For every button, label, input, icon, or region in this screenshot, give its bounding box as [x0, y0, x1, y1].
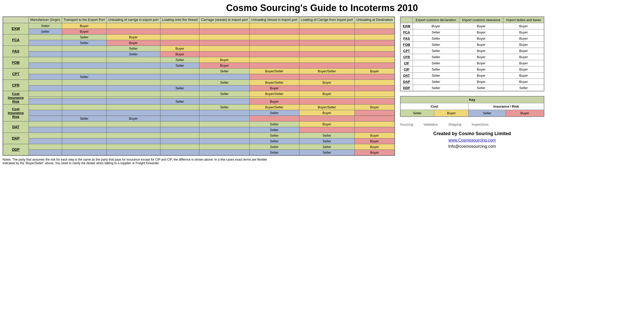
cfr-r2-c6: Buyer — [249, 85, 299, 91]
header-col8: Unloading at Destination — [354, 17, 394, 23]
exw-row-1: EXW Seller Buyer — [3, 23, 395, 29]
fca-r1-c4 — [160, 34, 199, 40]
customs-clearance: Buyer — [459, 23, 503, 29]
key-buyer-cost: Buyer — [434, 110, 469, 117]
cip-cost: Cost — [5, 107, 27, 111]
cpt-r1-c5: Seller — [199, 68, 249, 74]
cif-r3-c2 — [62, 99, 106, 104]
fob-r2-c3 — [106, 63, 160, 68]
cif-r2-c3 — [106, 97, 160, 99]
exw-r2-c1: Seller — [29, 29, 62, 34]
dap-r2-c1 — [29, 138, 62, 144]
key-sub-header-row: Cost Insurance / Risk — [400, 103, 544, 110]
key-title: Key — [400, 96, 544, 103]
customs-export: Seller — [413, 79, 459, 85]
fas-r2-c2 — [62, 51, 106, 57]
fob-r1-c7 — [299, 57, 354, 63]
customs-clearance: Buyer — [459, 73, 503, 79]
main-layout: Manufactuer (Orgin) Transport to the Exp… — [3, 16, 641, 165]
ddp-r2-c2 — [62, 150, 106, 155]
customs-row: FOBSellerBuyerBuyer — [400, 42, 544, 48]
cfr-r2-c1 — [29, 85, 62, 91]
dap-r1-c8: Buyer — [354, 133, 394, 138]
website-link[interactable]: www.Cosmosourcing.com — [400, 138, 544, 143]
exw-r2-c2: Buyer — [62, 29, 106, 34]
customs-export: Seller — [413, 42, 459, 48]
dap-r1-c1 — [29, 133, 62, 138]
cip-r3-c1 — [29, 116, 62, 121]
cip-insurance: Insurance — [5, 111, 27, 115]
fas-r1-c6 — [249, 46, 299, 51]
cif-r3-c1 — [29, 99, 62, 104]
cip-r2-c2 — [62, 110, 106, 116]
exw-r1-c7 — [299, 23, 354, 29]
cfr-r1-c4 — [160, 80, 199, 85]
header-col6: Unloading Vessel in import port — [249, 17, 299, 23]
cfr-r2-c5 — [199, 85, 249, 91]
header-term — [3, 17, 29, 23]
left-section: Manufactuer (Orgin) Transport to the Exp… — [3, 16, 395, 165]
dap-r1-c5 — [199, 133, 249, 138]
ddp-label: DDP — [3, 144, 29, 155]
cpt-label: CPT — [3, 68, 29, 80]
cif-r1-c1 — [29, 91, 62, 97]
fca-r2-c2: Seller — [62, 40, 106, 46]
cip-risk: Risk — [5, 115, 27, 119]
customs-duties: Buyer — [503, 79, 544, 85]
cfr-r1-c3 — [106, 80, 160, 85]
dap-r2-c6: Seller — [249, 138, 299, 144]
fca-row-2: Seller Buyer — [3, 40, 395, 46]
customs-term: DDP — [400, 85, 413, 91]
customs-term: DAP — [400, 79, 413, 85]
customs-row: DATSellerBuyerBuyer — [400, 73, 544, 79]
dat-row-2: Seller — [3, 127, 395, 133]
fca-r2-c3: Buyer — [106, 40, 160, 46]
cfr-r2-c3 — [106, 85, 160, 91]
cpt-r1-c2 — [62, 68, 106, 74]
cpt-r1-c1 — [29, 68, 62, 74]
dat-r2-c3 — [106, 127, 160, 133]
notes-text: Notes: The party that assumes the risk f… — [3, 158, 270, 165]
cif-r1-c2 — [62, 91, 106, 97]
fas-r2-c6 — [249, 51, 299, 57]
cif-r2-c2 — [62, 97, 106, 99]
fas-row-2: Seller Buyer — [3, 51, 395, 57]
key-cost-label: Cost — [400, 103, 469, 110]
customs-col-term — [400, 17, 413, 23]
cfr-row-2: Seller Buyer — [3, 85, 395, 91]
main-table: Manufactuer (Orgin) Transport to the Exp… — [3, 16, 395, 156]
exw-r1-c3 — [106, 23, 160, 29]
fob-r1-c6 — [249, 57, 299, 63]
exw-r2-c4 — [160, 29, 199, 34]
ddp-r1-c3 — [106, 144, 160, 150]
customs-term: FOB — [400, 42, 413, 48]
customs-term: FAS — [400, 36, 413, 42]
fca-r2-c7 — [299, 40, 354, 46]
cip-r3-c3: Buyer — [106, 116, 160, 121]
fas-r1-c5 — [199, 46, 249, 51]
cip-r3-c5 — [199, 116, 249, 121]
cpt-r2-c5 — [199, 74, 249, 80]
customs-term: CIF — [400, 60, 413, 66]
exw-r2-c7 — [299, 29, 354, 34]
customs-export: Seller — [413, 48, 459, 54]
dap-r1-c4 — [160, 133, 199, 138]
customs-col-duties: Import duties and taxes — [503, 17, 544, 23]
fca-r2-c1 — [29, 40, 62, 46]
customs-clearance: Buyer — [459, 60, 503, 66]
customs-row: CFRSellerBuyerBuyer — [400, 54, 544, 60]
customs-col-export: Export customs declaration — [413, 17, 459, 23]
ddp-r2-c3 — [106, 150, 160, 155]
customs-export: Seller — [413, 36, 459, 42]
cip-r2-c3 — [106, 110, 160, 116]
ddp-r2-c7: Seller — [299, 150, 354, 155]
dap-row-1: DAP Seller Seller Buyer — [3, 133, 395, 138]
cip-label: Cost Insurance Risk — [3, 104, 29, 121]
customs-duties: Buyer — [503, 29, 544, 36]
key-header-row: Key — [400, 96, 544, 103]
customs-clearance: Buyer — [459, 66, 503, 73]
cip-r3-c8 — [354, 116, 394, 121]
service-validation: Validation — [423, 123, 438, 126]
cpt-row-1: CPT Seller Buyer/Seller Buyer/Seller Buy… — [3, 68, 395, 74]
exw-r2-c5 — [199, 29, 249, 34]
